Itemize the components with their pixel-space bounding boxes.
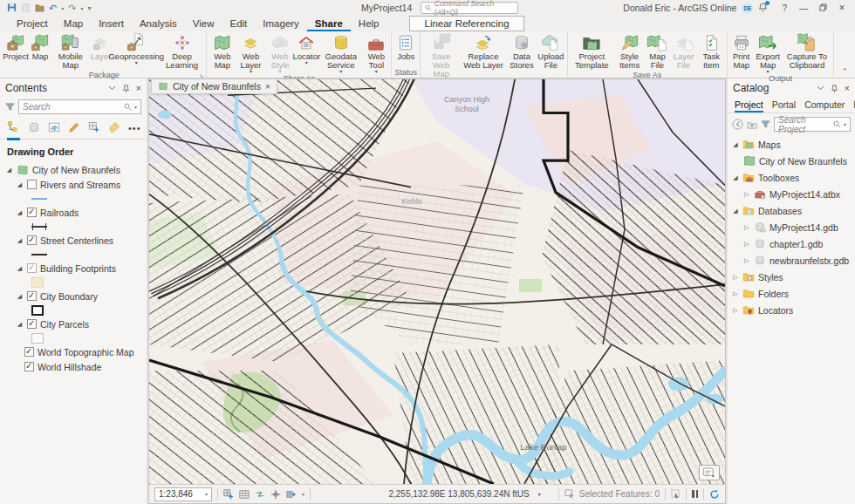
layer-row-map[interactable]: ◢ City of New Braunfels bbox=[0, 162, 147, 177]
layer-row-boundary[interactable]: ◢ City Boundary bbox=[0, 289, 147, 303]
customize-qat-icon[interactable]: ▾ bbox=[87, 4, 91, 12]
catalog-item-folders[interactable]: ▷ Folders bbox=[728, 285, 855, 302]
replace-web-layer-button[interactable]: Replace Web Layer bbox=[460, 32, 507, 70]
layer-row-streets[interactable]: ◢ Street Centerlines bbox=[0, 233, 147, 248]
catalog-close-icon[interactable]: × bbox=[845, 83, 850, 93]
geoprocessing-package-button[interactable]: Geoprocessing▾ bbox=[113, 32, 160, 65]
list-by-snapping-icon[interactable] bbox=[88, 121, 100, 139]
mobile-map-button[interactable]: Mobile Map bbox=[52, 32, 89, 70]
tab-help[interactable]: Help bbox=[351, 17, 387, 31]
catalog-item-home-gdb[interactable]: ▷ MyProject14.gdb bbox=[728, 219, 855, 235]
layer-row-railroads[interactable]: ◢ Railroads bbox=[0, 205, 147, 220]
list-by-data-source-icon[interactable] bbox=[28, 121, 40, 139]
expander-icon[interactable]: ◢ bbox=[16, 265, 24, 272]
locator-button[interactable]: Locator▾ bbox=[294, 32, 318, 65]
table-grid-icon[interactable] bbox=[239, 489, 250, 500]
catalog-item-toolboxes[interactable]: ◢ Toolboxes bbox=[728, 169, 855, 186]
map-view-tab[interactable]: City of New Braunfels × bbox=[151, 79, 277, 94]
layer-row-topographic[interactable]: World Topographic Map bbox=[0, 344, 147, 359]
grid-plus-icon[interactable] bbox=[223, 489, 234, 500]
web-map-button[interactable]: Web Map bbox=[209, 32, 236, 70]
message-flip-icon[interactable] bbox=[286, 489, 297, 500]
expander-icon[interactable]: ◢ bbox=[16, 293, 24, 300]
catalog-item-city-map[interactable]: City of New Braunfels bbox=[728, 153, 855, 169]
crosshair-icon[interactable] bbox=[270, 489, 281, 500]
catalog-item-databases[interactable]: ◢ Databases bbox=[728, 202, 855, 219]
coordinates-readout[interactable]: 2,255,132.98E 13,805,639.24N ftUS bbox=[388, 489, 529, 499]
catalog-item-chapter1-gdb[interactable]: ▷ chapter1.gdb bbox=[728, 235, 855, 252]
back-icon[interactable] bbox=[732, 119, 743, 130]
deep-learning-button[interactable]: Deep Learning bbox=[160, 32, 205, 70]
tab-project[interactable]: Project bbox=[9, 17, 56, 31]
select-box-icon[interactable] bbox=[671, 489, 681, 499]
layer-row-hillshade[interactable]: World Hillshade bbox=[0, 359, 147, 374]
tab-insert[interactable]: Insert bbox=[91, 17, 132, 31]
rivers-symbol[interactable] bbox=[31, 198, 47, 200]
pin-icon[interactable] bbox=[122, 85, 130, 92]
filter-icon[interactable] bbox=[761, 119, 770, 129]
avatar[interactable]: DE bbox=[742, 3, 753, 14]
layer-checkbox[interactable] bbox=[27, 291, 37, 301]
boundary-symbol[interactable] bbox=[31, 305, 44, 316]
contents-more-icon[interactable]: ••• bbox=[128, 123, 141, 137]
streets-symbol[interactable] bbox=[31, 254, 47, 255]
capture-to-clipboard-button[interactable]: Capture To Clipboard bbox=[782, 32, 831, 70]
parcels-symbol[interactable] bbox=[31, 333, 44, 344]
tab-imagery[interactable]: Imagery bbox=[255, 17, 307, 31]
redo-icon[interactable]: ↷ bbox=[68, 3, 76, 13]
data-stores-button[interactable]: Data Stores bbox=[507, 32, 537, 70]
layer-checkbox[interactable] bbox=[27, 208, 37, 217]
undo-caret-icon[interactable]: ▾ bbox=[61, 5, 64, 11]
export-map-button[interactable]: Export Map▾ bbox=[754, 32, 783, 73]
map-canvas[interactable]: Canyon High School Kohls Lake Dunlap Cit… bbox=[149, 79, 725, 484]
minimize-button[interactable]: — bbox=[794, 3, 813, 13]
map-file-button[interactable]: Map File bbox=[645, 32, 669, 70]
tab-map[interactable]: Map bbox=[56, 17, 91, 31]
expander-icon[interactable]: ◢ bbox=[16, 209, 24, 216]
project-template-button[interactable]: Project Template bbox=[570, 32, 614, 70]
layer-checkbox[interactable] bbox=[24, 347, 34, 357]
layer-checkbox[interactable] bbox=[24, 362, 34, 371]
package-project-button[interactable]: Project bbox=[3, 32, 28, 61]
notifications-button[interactable] bbox=[758, 3, 768, 14]
list-by-drawing-order-icon[interactable] bbox=[7, 120, 20, 140]
close-button[interactable]: × bbox=[832, 2, 852, 14]
catalog-tab-portal[interactable]: Portal bbox=[772, 98, 796, 112]
layer-checkbox[interactable] bbox=[27, 180, 37, 189]
tab-share[interactable]: Share bbox=[307, 17, 351, 31]
expander-icon[interactable]: ◢ bbox=[16, 237, 24, 244]
tab-linear-referencing[interactable]: Linear Referencing bbox=[409, 16, 523, 31]
panel-menu-chevron-icon[interactable] bbox=[108, 85, 116, 91]
help-button[interactable]: ? bbox=[782, 3, 787, 13]
save-project-icon[interactable] bbox=[7, 3, 17, 14]
expander-icon[interactable]: ◢ bbox=[5, 167, 13, 174]
list-by-selection-icon[interactable] bbox=[48, 121, 60, 139]
layer-row-rivers[interactable]: ◢ Rivers and Streams bbox=[0, 177, 147, 192]
map-tab-close-icon[interactable]: × bbox=[265, 82, 270, 92]
geodata-service-button[interactable]: Geodata Service▾ bbox=[318, 32, 363, 73]
coordinates-caret-icon[interactable]: ▾ bbox=[538, 491, 541, 497]
list-by-editing-icon[interactable] bbox=[68, 121, 80, 139]
redo-caret-icon[interactable]: ▾ bbox=[80, 5, 83, 11]
scale-input[interactable]: 1:23,846▾ bbox=[154, 487, 212, 501]
project-open-icon[interactable] bbox=[35, 3, 44, 14]
layer-row-parcels[interactable]: ◢ City Parcels bbox=[0, 317, 147, 331]
account-name[interactable]: Donald Eric - ArcGIS Online bbox=[623, 3, 736, 13]
upload-file-button[interactable]: Upload File bbox=[537, 32, 565, 70]
layer-checkbox[interactable] bbox=[27, 235, 37, 245]
catalog-tab-project[interactable]: Project bbox=[735, 98, 763, 112]
expander-icon[interactable]: ◢ bbox=[16, 181, 24, 188]
package-map-button[interactable]: Map bbox=[28, 32, 52, 61]
catalog-item-maps[interactable]: ◢ Maps bbox=[728, 136, 855, 153]
catalog-item-styles[interactable]: ▷ Styles bbox=[728, 269, 855, 285]
web-layer-button[interactable]: Web Layer▾ bbox=[236, 32, 265, 73]
status-tools-caret-icon[interactable]: ▾ bbox=[302, 491, 304, 497]
tab-edit[interactable]: Edit bbox=[222, 17, 255, 31]
contents-search-input[interactable]: Search ▾ bbox=[18, 99, 141, 114]
contents-close-icon[interactable]: × bbox=[136, 83, 141, 93]
railroads-symbol[interactable] bbox=[31, 226, 47, 228]
catalog-tab-computer[interactable]: Computer bbox=[804, 98, 845, 112]
tab-view[interactable]: View bbox=[185, 17, 222, 31]
restore-button[interactable] bbox=[813, 3, 832, 13]
jobs-button[interactable]: Jobs bbox=[393, 32, 418, 61]
